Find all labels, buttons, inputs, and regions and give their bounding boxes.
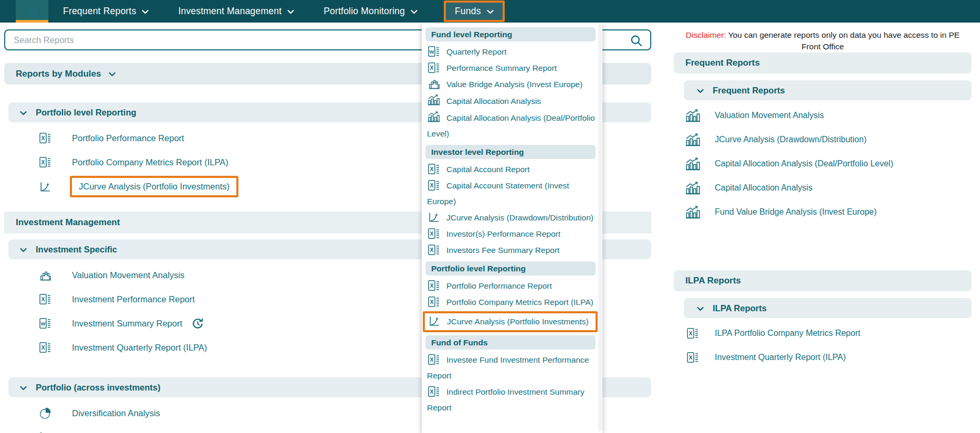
report-link-label: Investment Quarterly Report (ILPA) — [72, 343, 207, 353]
jcurve-icon — [427, 210, 441, 224]
svg-text:X: X — [430, 282, 433, 289]
report-link-label: Valuation Movement Analysis — [72, 270, 184, 280]
svg-text:X: X — [689, 354, 692, 361]
excel-icon: X — [427, 163, 441, 175]
excel-icon: X — [683, 327, 703, 340]
funds-menu-scrollbar[interactable] — [598, 24, 602, 431]
menu-item-label: Investors Fee Summary Report — [446, 246, 559, 255]
nav-menu-item-label: Frequent Reports — [63, 6, 136, 17]
svg-text:X: X — [430, 65, 433, 71]
nav-menu-item-portfolio-monitoring[interactable]: Portfolio Monitoring — [309, 0, 432, 23]
word-icon: W — [427, 45, 441, 58]
chevron-down-icon — [487, 9, 494, 14]
report-link[interactable]: Capital Allocation Analysis (Deal/Portfo… — [683, 152, 972, 176]
nav-menu-item-funds[interactable]: Funds — [444, 1, 505, 22]
report-link-label: Capital Allocation Analysis — [715, 183, 812, 193]
menu-item[interactable]: Capital Allocation Analysis — [422, 93, 598, 109]
report-link[interactable]: X Investment Quarterly Report (ILPA) — [683, 345, 972, 369]
right-report-groups: Frequent Reports Frequent Reports Valuat… — [674, 52, 972, 369]
report-link[interactable]: Capital Allocation Analysis — [683, 176, 972, 200]
menu-item[interactable]: JCurve Analysis (Drawdown/Distribution) — [422, 210, 598, 226]
menu-group-header: Portfolio level Reporting — [425, 261, 596, 276]
menu-item-label: Capital Account Statement (Invest Europe… — [427, 181, 569, 206]
report-link[interactable]: X ILPA Portfolio Company Metrics Report — [683, 321, 972, 345]
group-title: ILPA Reports — [685, 276, 741, 286]
menu-item[interactable]: XCapital Account Report — [422, 162, 598, 177]
excel-icon: X — [427, 279, 441, 292]
svg-text:X: X — [430, 182, 433, 188]
report-link[interactable]: Valuation Movement Analysis — [683, 103, 972, 128]
group-section-title: ILPA Reports — [713, 303, 767, 313]
top-nav-bar: Frequent Reports Investment Management P… — [0, 0, 980, 23]
excel-icon: X — [38, 293, 53, 305]
bar-chart-icon — [683, 133, 703, 147]
svg-text:X: X — [430, 299, 433, 305]
reports-by-modules-label: Reports by Modules — [16, 69, 101, 79]
svg-text:X: X — [430, 166, 433, 172]
excel-icon: X — [38, 132, 53, 144]
report-link-label: JCurve Analysis (Drawdown/Distribution) — [715, 135, 867, 144]
chevron-down-icon — [411, 9, 418, 14]
menu-item-label: Capital Account Report — [446, 165, 530, 174]
svg-text:X: X — [41, 135, 45, 141]
svg-text:X: X — [430, 230, 433, 237]
menu-item-label: Capital Allocation Analysis — [446, 97, 541, 105]
group-title-bar: Frequent Reports — [674, 52, 972, 73]
menu-item-label: Value Bridge Analysis (Invest Europe) — [446, 80, 582, 89]
bar-chart-icon — [683, 205, 703, 219]
history-icon[interactable] — [190, 317, 205, 330]
menu-item-label: Capital Allocation Analysis (Deal/Portfo… — [427, 113, 595, 138]
group-section-bar[interactable]: ILPA Reports — [684, 298, 972, 318]
report-link-label: Valuation Movement Analysis — [715, 111, 824, 120]
menu-item-label: Indirect Portfolio Investment Summary Re… — [427, 387, 585, 412]
menu-item[interactable]: XPerformance Summary Report — [422, 60, 598, 76]
disclaimer-message: You can generate reports only on data yo… — [728, 30, 960, 51]
scatter-chart-icon — [38, 431, 53, 433]
menu-item[interactable]: XPortfolio Company Metrics Report (ILPA) — [422, 294, 598, 310]
menu-item[interactable]: Capital Allocation Analysis (Deal/Portfo… — [422, 110, 598, 142]
chevron-down-icon — [20, 248, 27, 252]
menu-item[interactable]: XInvestee Fund Investment Performance Re… — [422, 352, 598, 384]
menu-item-label: JCurve Analysis (Portfolio Investments) — [447, 317, 589, 326]
search-icon[interactable] — [629, 34, 643, 48]
chevron-down-icon — [109, 72, 116, 77]
nav-menu-item-investment-management[interactable]: Investment Management — [163, 0, 309, 23]
excel-icon: X — [38, 341, 53, 354]
disclaimer-text: Disclaimer: You can generate reports onl… — [674, 25, 972, 52]
report-link-label: JCurve Analysis (Portfolio Investments) — [70, 176, 238, 197]
menu-item[interactable]: XPortfolio Performance Report — [422, 278, 598, 294]
excel-icon: X — [427, 61, 441, 74]
funds-dropdown-menu: Fund level Reporting WQuarterly Report X… — [422, 23, 602, 433]
excel-icon: X — [427, 244, 441, 256]
report-group: ILPA Reports ILPA Reports X ILPA Portfol… — [674, 270, 972, 369]
home-button[interactable] — [16, 0, 48, 23]
menu-item[interactable]: XCapital Account Statement (Invest Europ… — [422, 178, 598, 209]
excel-icon: X — [427, 385, 441, 398]
report-group: Frequent Reports Frequent Reports Valuat… — [674, 52, 972, 224]
report-link[interactable]: JCurve Analysis (Drawdown/Distribution) — [683, 128, 972, 152]
bar-chart-icon — [427, 93, 441, 107]
menu-group-title: Fund level Reporting — [431, 30, 512, 39]
menu-item[interactable]: JCurve Analysis (Portfolio Investments) — [423, 311, 598, 332]
menu-item[interactable]: XInvestor(s) Performance Report — [422, 226, 598, 242]
report-link[interactable]: Fund Value Bridge Analysis (Invest Europ… — [683, 200, 972, 224]
menu-item[interactable]: WQuarterly Report — [422, 44, 598, 60]
svg-text:X: X — [41, 344, 45, 351]
menu-item[interactable]: Value Bridge Analysis (Invest Europe) — [422, 77, 598, 92]
chevron-down-icon — [20, 111, 27, 115]
waterfall-chart-icon — [427, 77, 441, 90]
menu-item[interactable]: XIndirect Portfolio Investment Summary R… — [422, 384, 598, 416]
report-link-label: Portfolio Performance Report — [72, 133, 184, 143]
funds-menu-entries: Fund level Reporting WQuarterly Report X… — [422, 27, 598, 416]
group-title: Frequent Reports — [685, 58, 760, 68]
waterfall-chart-icon — [38, 269, 53, 282]
excel-icon: X — [38, 156, 53, 168]
menu-item[interactable]: XInvestors Fee Summary Report — [422, 242, 598, 258]
excel-icon: X — [427, 295, 441, 308]
svg-text:X: X — [430, 388, 433, 395]
nav-menu-item-frequent-reports[interactable]: Frequent Reports — [48, 0, 163, 23]
report-link-label: Investment Performance Report — [72, 294, 195, 304]
group-section-bar[interactable]: Frequent Reports — [684, 80, 972, 100]
word-icon: W — [38, 317, 53, 330]
frequent-reports-panel: Disclaimer: You can generate reports onl… — [674, 25, 972, 369]
